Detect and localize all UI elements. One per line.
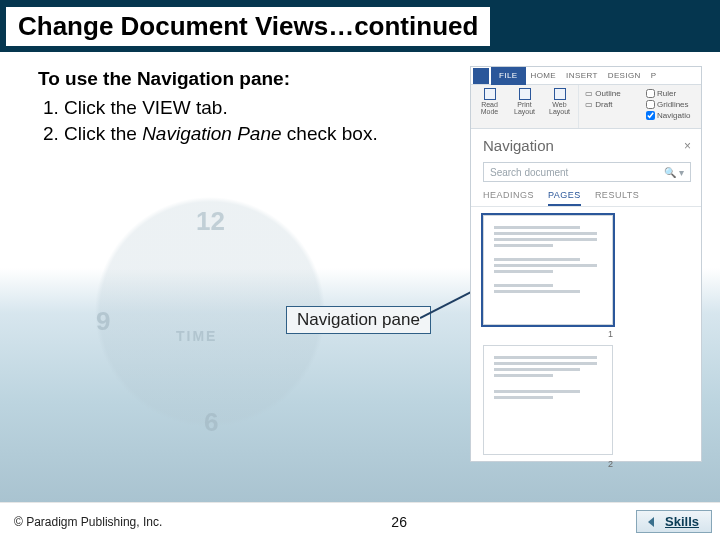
steps-list: Click the VIEW tab. Click the Navigation… [38,96,378,148]
clock-num-6: 6 [204,407,218,438]
skills-button-label: Skills [665,514,699,529]
step-1-text: Click the VIEW tab. [64,97,228,118]
gridlines-checkbox[interactable]: Gridlines [646,99,697,110]
draft-button[interactable]: ▭ Draft [585,99,636,110]
page-number-1: 1 [483,329,613,339]
show-group: ▭ Outline ▭ Draft [579,85,640,128]
nav-tab-results[interactable]: RESULTS [595,190,639,206]
gridlines-check-icon[interactable] [646,100,655,109]
outline-button[interactable]: ▭ Outline [585,88,636,99]
step-1: Click the VIEW tab. [64,96,378,120]
nav-pane-title: Navigation [483,137,554,154]
clock-time-label: TIME [176,328,217,344]
nav-pane-tabs: HEADINGS PAGES RESULTS [471,186,701,207]
page-number: 26 [391,514,407,530]
print-layout-icon [519,88,531,100]
nav-pane-close-icon[interactable]: × [684,139,691,153]
page-number-2: 2 [483,459,613,469]
ribbon-tabs: FILE HOME INSERT DESIGN P [471,67,701,85]
skills-button[interactable]: Skills [636,510,712,533]
tab-design[interactable]: DESIGN [603,71,646,80]
navigation-pane-callout: Navigation pane [286,306,431,334]
web-layout-icon [554,88,566,100]
intro-text: To use the Navigation pane: [38,68,290,90]
clock-num-9: 9 [96,306,110,337]
tab-file[interactable]: FILE [491,67,526,85]
clock-num-12: 12 [196,206,225,237]
step-2-pre: Click the [64,123,142,144]
nav-pages-list: 1 2 [471,207,701,481]
footer: © Paradigm Publishing, Inc. 26 Skills [0,502,720,540]
ruler-checkbox[interactable]: Ruler [646,88,697,99]
search-icon[interactable]: 🔍 ▾ [664,167,684,178]
nav-tab-headings[interactable]: HEADINGS [483,190,534,206]
web-layout-button[interactable]: Web Layout [543,88,576,128]
tab-home[interactable]: HOME [526,71,562,80]
page-thumb-1[interactable] [483,215,613,325]
tab-p[interactable]: P [646,71,662,80]
nav-tab-pages[interactable]: PAGES [548,190,581,206]
slide-title: Change Document Views…continued [6,7,490,46]
navpane-check-icon[interactable] [646,111,655,120]
print-layout-button[interactable]: Print Layout [508,88,541,128]
step-2: Click the Navigation Pane check box. [64,122,378,146]
nav-search-input[interactable]: Search document 🔍 ▾ [483,162,691,182]
svg-marker-1 [648,517,654,527]
back-arrow-icon [645,515,659,529]
read-mode-button[interactable]: Read Mode [473,88,506,128]
nav-search-placeholder: Search document [490,167,568,178]
copyright-text: © Paradigm Publishing, Inc. [14,515,162,529]
ribbon-body: Read Mode Print Layout Web Layout ▭ Outl… [471,85,701,129]
ruler-check-icon[interactable] [646,89,655,98]
page-thumb-2[interactable] [483,345,613,455]
views-group: Read Mode Print Layout Web Layout [471,85,579,128]
navigation-pane-checkbox[interactable]: Navigatio [646,110,697,121]
word-app-icon [473,68,489,84]
slide-body: 12 3 6 9 TIME To use the Navigation pane… [0,52,720,502]
tab-insert[interactable]: INSERT [561,71,603,80]
nav-pane-header: Navigation × [471,129,701,158]
word-screenshot: FILE HOME INSERT DESIGN P Read Mode Prin… [470,66,702,462]
show-checkboxes: Ruler Gridlines Navigatio [640,85,701,128]
read-mode-icon [484,88,496,100]
step-2-em: Navigation Pane [142,123,281,144]
title-bar: Change Document Views…continued [0,0,720,52]
step-2-post: check box. [282,123,378,144]
